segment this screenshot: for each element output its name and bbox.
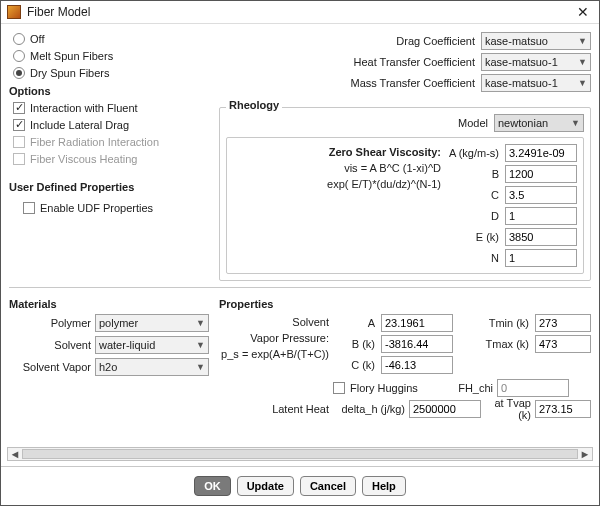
radio-label: Dry Spun Fibers <box>30 67 109 79</box>
select-heat-coef[interactable]: kase-matsuo-1 ▼ <box>481 53 591 71</box>
check-interaction-fluent[interactable]: Interaction with Fluent <box>9 99 209 116</box>
label-B: B <box>447 168 501 180</box>
label-N: N <box>447 252 501 264</box>
select-value: kase-matsuo-1 <box>485 56 558 68</box>
ok-button[interactable]: OK <box>194 476 231 496</box>
scroll-right-icon[interactable]: ► <box>578 448 592 460</box>
input-tmax[interactable] <box>535 335 591 353</box>
check-radiation-interaction: Fiber Radiation Interaction <box>9 133 209 150</box>
horizontal-scrollbar[interactable]: ◄ ► <box>7 447 593 461</box>
label-tmin: Tmin (k) <box>461 317 531 329</box>
chevron-down-icon: ▼ <box>196 362 205 372</box>
label-delta-h: delta_h (j/kg) <box>333 403 405 415</box>
label-mass-coef: Mass Transfer Coefficient <box>219 77 477 89</box>
checkbox-icon <box>13 153 25 165</box>
label-zero-shear: Zero Shear Viscosity: <box>233 144 441 160</box>
label-eq2: exp( E/T)*(du/dz)^(N-1) <box>233 176 441 192</box>
check-lateral-drag[interactable]: Include Lateral Drag <box>9 116 209 133</box>
input-pA[interactable] <box>381 314 453 332</box>
label-pB: B (k) <box>337 338 377 350</box>
help-button[interactable]: Help <box>362 476 406 496</box>
checkbox-icon <box>23 202 35 214</box>
select-polymer[interactable]: polymer▼ <box>95 314 209 332</box>
checkbox-icon <box>13 136 25 148</box>
radio-off[interactable]: Off <box>9 30 209 47</box>
label-D: D <box>447 210 501 222</box>
input-delta-h[interactable] <box>409 400 481 418</box>
select-value: polymer <box>99 317 138 329</box>
input-tmin[interactable] <box>535 314 591 332</box>
chevron-down-icon: ▼ <box>578 57 587 67</box>
label-fhchi: FH_chi <box>453 382 493 394</box>
chevron-down-icon: ▼ <box>571 118 580 128</box>
select-rheology-model[interactable]: newtonian ▼ <box>494 114 584 132</box>
label-solvent: Solvent <box>9 339 91 351</box>
input-pC[interactable] <box>381 356 453 374</box>
check-label: Enable UDF Properties <box>40 202 153 214</box>
select-value: water-liquid <box>99 339 155 351</box>
label-drag-coef: Drag Coefficient <box>219 35 477 47</box>
radio-icon <box>13 33 25 45</box>
scroll-left-icon[interactable]: ◄ <box>8 448 22 460</box>
checkbox-icon <box>13 102 25 114</box>
input-A[interactable] <box>505 144 577 162</box>
update-button[interactable]: Update <box>237 476 294 496</box>
label-heat-coef: Heat Transfer Coefficient <box>219 56 477 68</box>
select-value: kase-matsuo <box>485 35 548 47</box>
label-eq1: vis = A B^C (1-xi)^D <box>233 160 441 176</box>
rheology-header: Rheology <box>226 99 282 111</box>
label-svp3: p_s = exp(A+B/(T+C)) <box>219 346 329 362</box>
select-value: newtonian <box>498 117 548 129</box>
chevron-down-icon: ▼ <box>196 318 205 328</box>
label-svp1: Solvent <box>219 314 329 330</box>
check-label: Fiber Viscous Heating <box>30 153 137 165</box>
window-title: Fiber Model <box>27 5 573 19</box>
checkbox-icon <box>333 382 345 394</box>
radio-label: Melt Spun Fibers <box>30 50 113 62</box>
label-E: E (k) <box>447 231 501 243</box>
input-C[interactable] <box>505 186 577 204</box>
label-solvent-vapor: Solvent Vapor <box>9 361 91 373</box>
label-tmax: Tmax (k) <box>461 338 531 350</box>
input-N[interactable] <box>505 249 577 267</box>
label-svp2: Vapor Pressure: <box>219 330 329 346</box>
dialog-footer: OK Update Cancel Help <box>1 466 599 505</box>
select-mass-coef[interactable]: kase-matsuo-1 ▼ <box>481 74 591 92</box>
cancel-button[interactable]: Cancel <box>300 476 356 496</box>
check-label: Include Lateral Drag <box>30 119 129 131</box>
chevron-down-icon: ▼ <box>578 36 587 46</box>
label-A: A (kg/m-s) <box>447 147 501 159</box>
label-pC: C (k) <box>337 359 377 371</box>
radio-dry-spun[interactable]: Dry Spun Fibers <box>9 64 209 81</box>
label-polymer: Polymer <box>9 317 91 329</box>
rheology-frame: Rheology Model newtonian ▼ Zero Shear Vi… <box>219 107 591 281</box>
input-E[interactable] <box>505 228 577 246</box>
label-C: C <box>447 189 501 201</box>
input-B[interactable] <box>505 165 577 183</box>
input-D[interactable] <box>505 207 577 225</box>
app-icon <box>7 5 21 19</box>
select-solvent-vapor[interactable]: h2o▼ <box>95 358 209 376</box>
label-at-tvap: at Tvap (k) <box>485 397 531 421</box>
input-tvap[interactable] <box>535 400 591 418</box>
scroll-thumb[interactable] <box>22 449 578 459</box>
udf-header: User Defined Properties <box>9 181 209 193</box>
select-solvent[interactable]: water-liquid▼ <box>95 336 209 354</box>
input-fhchi <box>497 379 569 397</box>
radio-icon <box>13 67 25 79</box>
select-drag-coef[interactable]: kase-matsuo ▼ <box>481 32 591 50</box>
materials-header: Materials <box>9 298 209 310</box>
check-flory-huggins[interactable]: Flory Huggins <box>333 380 449 397</box>
label-pA: A <box>337 317 377 329</box>
radio-icon <box>13 50 25 62</box>
radio-melt-spun[interactable]: Melt Spun Fibers <box>9 47 209 64</box>
radio-label: Off <box>30 33 44 45</box>
rheology-params: Zero Shear Viscosity: vis = A B^C (1-xi)… <box>226 137 584 274</box>
properties-header: Properties <box>219 298 591 310</box>
label-model: Model <box>226 117 490 129</box>
check-enable-udf[interactable]: Enable UDF Properties <box>9 199 209 216</box>
check-viscous-heating: Fiber Viscous Heating <box>9 150 209 167</box>
input-pB[interactable] <box>381 335 453 353</box>
check-label: Fiber Radiation Interaction <box>30 136 159 148</box>
close-icon[interactable]: ✕ <box>573 4 593 20</box>
